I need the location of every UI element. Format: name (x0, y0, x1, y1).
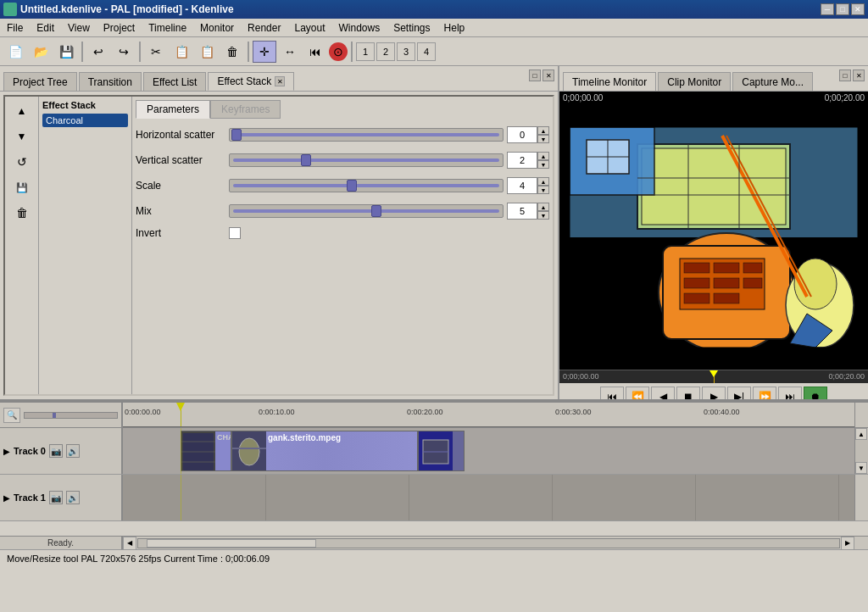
btn-frame-back[interactable]: ◀ (651, 387, 675, 399)
tab-clip-monitor[interactable]: Clip Monitor (658, 72, 731, 91)
monitor-float-button[interactable]: □ (839, 70, 851, 81)
zoom-slider[interactable] (24, 412, 118, 419)
slider-thumb[interactable] (231, 129, 242, 141)
scale-slider[interactable] (229, 179, 504, 192)
layout-1-button[interactable]: 1 (356, 42, 375, 61)
hscroll-right[interactable]: ▶ (841, 537, 854, 550)
select-tool[interactable]: ✛ (253, 41, 276, 63)
spinner-down[interactable]: ▼ (537, 135, 549, 143)
params-tab-keyframes[interactable]: Keyframes (210, 100, 281, 119)
monitor-close-button[interactable]: ✕ (853, 70, 865, 81)
hscroll-track[interactable] (137, 538, 840, 548)
menu-render[interactable]: Render (241, 20, 287, 36)
vertical-scatter-slider[interactable] (229, 153, 504, 167)
effect-item-charcoal[interactable]: Charcoal (42, 114, 128, 127)
spinner-up-2[interactable]: ▲ (537, 152, 549, 160)
menu-view[interactable]: View (61, 20, 97, 36)
menu-help[interactable]: Help (437, 20, 472, 36)
spinner-up-3[interactable]: ▲ (537, 177, 549, 186)
save-button[interactable]: 💾 (54, 41, 78, 63)
open-button[interactable]: 📂 (29, 41, 53, 63)
mix-slider[interactable] (229, 204, 504, 218)
mix-value[interactable]: 5 (507, 203, 537, 220)
razor-tool[interactable]: ⏮ (303, 41, 327, 63)
btn-go-start[interactable]: ⏮ (600, 387, 624, 399)
scale-value[interactable]: 4 (507, 177, 537, 194)
layout-3-button[interactable]: 3 (397, 42, 415, 61)
maximize-button[interactable]: □ (836, 3, 849, 15)
track-0-collapse[interactable]: ▶ (3, 447, 10, 456)
horizontal-scatter-slider[interactable] (229, 128, 504, 142)
menu-edit[interactable]: Edit (30, 20, 61, 36)
menu-windows[interactable]: Windows (332, 20, 387, 36)
btn-frame-fwd[interactable]: ▶| (727, 387, 751, 399)
cut-button[interactable]: ✂ (144, 41, 168, 63)
copy-button[interactable]: 📋 (170, 41, 193, 63)
menu-monitor[interactable]: Monitor (193, 20, 241, 36)
clip-right[interactable] (418, 431, 465, 471)
btn-rewind[interactable]: ⏪ (626, 387, 649, 399)
redo-button[interactable]: ↪ (112, 41, 136, 63)
spinner-up[interactable]: ▲ (537, 126, 549, 135)
sidebar-save-btn[interactable]: 💾 (10, 176, 34, 198)
vertical-scatter-value[interactable]: 2 (507, 152, 537, 169)
minimize-button[interactable]: ─ (821, 3, 834, 15)
horizontal-scatter-value[interactable]: 0 (507, 126, 537, 143)
params-tab-parameters[interactable]: Parameters (136, 100, 210, 119)
menu-project[interactable]: Project (97, 20, 142, 36)
paste-button[interactable]: 📋 (195, 41, 219, 63)
track-0-mute[interactable]: 📷 (49, 444, 63, 458)
panel-close-button[interactable]: ✕ (542, 70, 554, 81)
btn-fast-fwd[interactable]: ⏩ (753, 387, 776, 399)
btn-play[interactable]: ▶ (702, 387, 726, 399)
tab-close-effect-stack[interactable]: ✕ (275, 76, 285, 86)
tab-effect-list[interactable]: Effect List (143, 72, 206, 91)
zoom-out-btn[interactable]: 🔍 (3, 408, 20, 423)
btn-go-end[interactable]: ⏭ (778, 387, 802, 399)
track-1-collapse[interactable]: ▶ (3, 493, 10, 503)
close-button[interactable]: ✕ (851, 3, 865, 15)
sidebar-down-btn[interactable]: ▼ (10, 125, 34, 147)
new-button[interactable]: 📄 (3, 41, 27, 63)
menu-layout[interactable]: Layout (287, 20, 331, 36)
menu-timeline[interactable]: Timeline (142, 20, 193, 36)
layout-2-button[interactable]: 2 (376, 42, 395, 61)
spinner-down-2[interactable]: ▼ (537, 160, 549, 169)
delete-button[interactable]: 🗑 (220, 41, 244, 63)
track-1-lock[interactable]: 🔊 (66, 491, 80, 504)
menu-settings[interactable]: Settings (387, 20, 437, 36)
sidebar-up-button[interactable]: ▲ (10, 100, 34, 122)
tab-capture-monitor[interactable]: Capture Mo... (732, 72, 813, 91)
track-0-lock[interactable]: 🔊 (66, 444, 80, 458)
sidebar-delete-btn[interactable]: 🗑 (10, 202, 34, 224)
panel-float-button[interactable]: □ (529, 70, 541, 81)
btn-record[interactable]: ⏺ (804, 387, 827, 399)
btn-stop[interactable]: ⏹ (676, 387, 700, 399)
invert-checkbox[interactable] (229, 227, 241, 239)
tab-transition[interactable]: Transition (79, 72, 142, 91)
track-1-content[interactable] (123, 475, 854, 520)
layout-4-button[interactable]: 4 (417, 42, 436, 61)
slider-thumb-4[interactable] (371, 205, 381, 217)
resize-tool[interactable]: ↔ (278, 41, 302, 63)
track-1-mute[interactable]: 📷 (49, 491, 63, 504)
undo-button[interactable]: ↩ (86, 41, 110, 63)
track-scroll-up[interactable]: ▲ (855, 428, 867, 440)
tab-project-tree[interactable]: Project Tree (3, 72, 77, 91)
hscroll-thumb[interactable] (147, 539, 316, 548)
spinner-down-3[interactable]: ▼ (537, 186, 549, 194)
spinner-up-4[interactable]: ▲ (537, 203, 549, 211)
hscroll-left[interactable]: ◀ (123, 537, 136, 550)
tab-timeline-monitor[interactable]: Timeline Monitor (563, 72, 656, 91)
sidebar-refresh-btn[interactable]: ↺ (10, 151, 34, 173)
track-scroll-down[interactable]: ▼ (855, 462, 867, 474)
slider-thumb-3[interactable] (347, 180, 357, 192)
spinner-down-4[interactable]: ▼ (537, 211, 549, 220)
track-0-content[interactable]: CHARCOAL (123, 428, 854, 474)
clip-charcoal[interactable]: CHARCOAL (181, 431, 231, 471)
record-button[interactable]: ⊙ (329, 42, 348, 61)
window-controls[interactable]: ─ □ ✕ (821, 3, 865, 15)
slider-thumb-2[interactable] (301, 154, 311, 166)
tab-effect-stack[interactable]: Effect Stack ✕ (208, 72, 294, 91)
clip-main[interactable]: gank.sterito.mpeg (231, 431, 418, 471)
